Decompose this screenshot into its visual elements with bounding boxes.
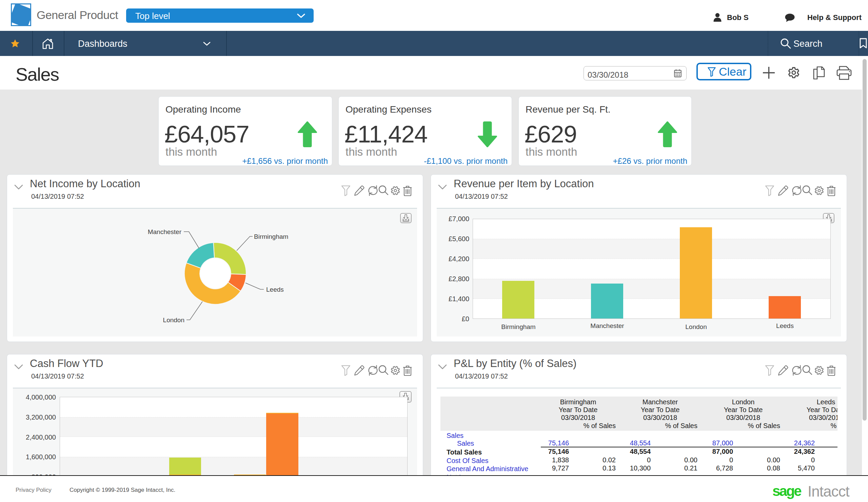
svg-text:Leeds: Leeds (266, 286, 284, 293)
svg-text:Birmingham: Birmingham (254, 233, 288, 240)
svg-text:Manchester: Manchester (148, 228, 182, 235)
svg-text:London: London (163, 317, 185, 324)
